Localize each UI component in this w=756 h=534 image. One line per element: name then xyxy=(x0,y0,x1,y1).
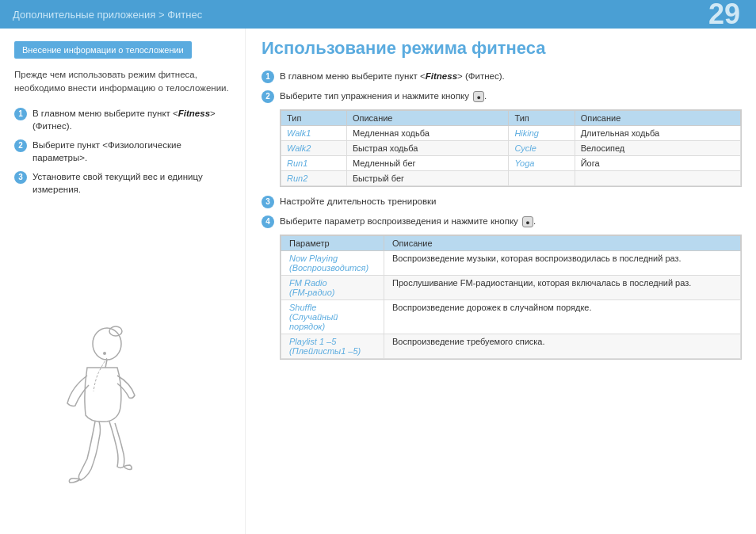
right-step-2: 2 Выберите тип упражнения и нажмите кноп… xyxy=(262,90,742,103)
param-now-playing: Now Playing(Воспроизводится) xyxy=(281,251,384,276)
exercise-table-container: Тип Описание Тип Описание Walk1 Медленна… xyxy=(262,109,742,187)
inline-button-4: ● xyxy=(522,216,533,227)
left-step-2: 2 Выберите пункт <Физиологические параме… xyxy=(14,139,234,164)
table-row: Shuffle(Случайный порядок) Воспроизведен… xyxy=(281,300,741,334)
right-step-3: 3 Настройте длительность тренировки xyxy=(262,195,742,208)
left-step-list: 1 В главном меню выберите пункт <Fitness… xyxy=(14,107,234,196)
ex-run2-desc: Быстрый бег xyxy=(346,171,509,186)
ex-col-desc1: Описание xyxy=(346,111,509,126)
table-row: FM Radio(FM-радио) Прослушивание FM-ради… xyxy=(281,276,741,300)
right-step-text-3: Настройте длительность тренировки xyxy=(280,195,742,208)
header-separator: > xyxy=(158,9,167,21)
param-now-playing-desc: Воспроизведение музыки, которая воспроиз… xyxy=(384,251,741,276)
header-subtitle: Фитнес xyxy=(167,9,202,21)
running-figure xyxy=(24,320,214,526)
ex-hiking-desc: Длительная ходьба xyxy=(575,126,740,141)
right-column: Использование режима фитнеса 1 В главном… xyxy=(246,29,756,534)
right-step-num-4: 4 xyxy=(262,216,274,228)
ex-col-desc2: Описание xyxy=(575,111,740,126)
right-step-4: 4 Выберите параметр воспроизведения и на… xyxy=(262,215,742,228)
ex-walk1-desc: Медленная ходьба xyxy=(346,126,509,141)
ex-run2: Run2 xyxy=(281,171,347,186)
left-step-3: 3 Установите свой текущий вес и единицу … xyxy=(14,170,234,196)
ex-empty1 xyxy=(509,171,575,186)
ex-walk1: Walk1 xyxy=(281,126,347,141)
param-table: Параметр Описание Now Playing(Воспроизво… xyxy=(280,235,742,360)
svg-line-2 xyxy=(105,360,107,368)
header-main-text: Дополнительные приложения xyxy=(13,9,155,21)
table-row: Run2 Быстрый бег xyxy=(281,171,741,186)
right-step-text-2: Выберите тип упражнения и нажмите кнопку… xyxy=(280,90,742,102)
page-number: 29 xyxy=(708,0,740,29)
param-table-container: Параметр Описание Now Playing(Воспроизво… xyxy=(262,235,742,360)
svg-point-0 xyxy=(93,328,121,360)
table-row: Playlist 1 –5(Плейлисты1 –5) Воспроизвед… xyxy=(281,334,741,359)
ex-cycle-desc: Велосипед xyxy=(575,141,740,156)
right-step-1: 1 В главном меню выберите пункт <Fitness… xyxy=(262,70,742,83)
param-fm-radio: FM Radio(FM-радио) xyxy=(281,276,384,300)
inline-button-2: ● xyxy=(473,91,484,102)
param-fm-radio-desc: Прослушивание FM-радиостанции, которая в… xyxy=(384,276,741,300)
step-num-1: 1 xyxy=(14,108,27,120)
ex-cycle: Cycle xyxy=(509,141,575,156)
table-row: Walk1 Медленная ходьба Hiking Длительная… xyxy=(281,126,741,141)
step-text-2: Выберите пункт <Физиологические параметр… xyxy=(32,139,234,164)
table-row: Walk2 Быстрая ходьба Cycle Велосипед xyxy=(281,141,741,156)
param-col-param: Параметр xyxy=(281,236,384,251)
ex-run1: Run1 xyxy=(281,156,347,171)
table-row: Now Playing(Воспроизводится) Воспроизвед… xyxy=(281,251,741,276)
ex-hiking: Hiking xyxy=(509,126,575,141)
right-step-num-2: 2 xyxy=(262,90,274,103)
ex-col-type1: Тип xyxy=(281,111,347,126)
header: Дополнительные приложения > Фитнес 29 xyxy=(0,0,756,29)
ex-walk2: Walk2 xyxy=(281,141,347,156)
step-text-1: В главном меню выберите пункт <Fitness> … xyxy=(32,107,234,132)
ex-col-type2: Тип xyxy=(509,111,575,126)
right-step-text-4: Выберите параметр воспроизведения и нажм… xyxy=(280,215,742,227)
param-playlist: Playlist 1 –5(Плейлисты1 –5) xyxy=(281,334,384,359)
right-step-list: 1 В главном меню выберите пункт <Fitness… xyxy=(262,70,742,360)
ex-walk2-desc: Быстрая ходьба xyxy=(346,141,509,156)
svg-point-3 xyxy=(103,352,106,355)
ex-run1-desc: Медленный бег xyxy=(346,156,509,171)
right-step-num-3: 3 xyxy=(262,196,274,208)
right-step-text-1: В главном меню выберите пункт <Fitness> … xyxy=(280,70,742,82)
step-text-3: Установите свой текущий вес и единицу из… xyxy=(32,170,234,196)
table-row: Run1 Медленный бег Yoga Йога xyxy=(281,156,741,171)
step-num-2: 2 xyxy=(14,139,27,152)
blue-banner: Внесение информации о телосложении xyxy=(14,41,192,59)
ex-yoga-desc: Йога xyxy=(575,156,740,171)
left-column: Внесение информации о телосложении Прежд… xyxy=(0,29,246,534)
param-shuffle: Shuffle(Случайный порядок) xyxy=(281,300,384,334)
main-content: Внесение информации о телосложении Прежд… xyxy=(0,29,756,534)
right-step-num-1: 1 xyxy=(262,71,274,83)
ex-empty2 xyxy=(575,171,740,186)
ex-yoga: Yoga xyxy=(509,156,575,171)
left-step-1: 1 В главном меню выберите пункт <Fitness… xyxy=(14,107,234,132)
header-title: Дополнительные приложения > Фитнес xyxy=(13,9,202,21)
exercise-table: Тип Описание Тип Описание Walk1 Медленна… xyxy=(280,109,742,187)
param-shuffle-desc: Воспроизведение дорожек в случайном поря… xyxy=(384,300,741,334)
left-intro: Прежде чем использовать режим фитнеса, н… xyxy=(14,68,234,96)
page-title: Использование режима фитнеса xyxy=(262,38,742,59)
param-col-desc: Описание xyxy=(384,236,741,251)
step-num-3: 3 xyxy=(14,171,27,184)
param-playlist-desc: Воспроизведение требуемого списка. xyxy=(384,334,741,359)
